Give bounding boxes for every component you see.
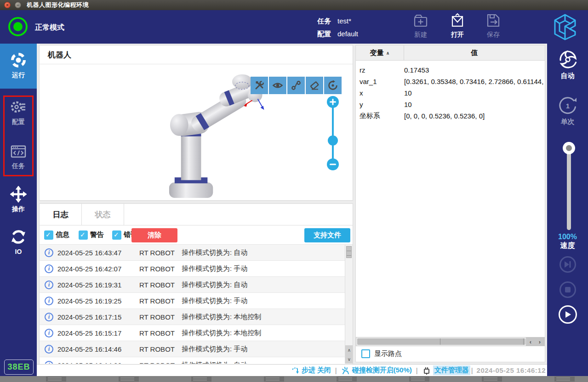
log-row[interactable]: i 2024-05-25 16:15:17 RT ROBOT 操作模式切换为: … [40,325,353,341]
window-close-button[interactable]: × [4,2,11,8]
visibility-button[interactable] [269,77,286,94]
code-window-icon [10,144,27,159]
window-minimize-button[interactable]: − [15,2,21,8]
collision-detection-status[interactable]: 碰撞检测开启(50%) [341,366,412,375]
task-config-meta: 任务 test* 配置 default [317,15,358,40]
info-checkbox[interactable] [44,230,53,240]
taskbar-tile [409,376,429,382]
variables-hscrollbar[interactable]: ‹ › [356,337,545,346]
open-button[interactable]: 打开 [443,13,472,39]
stop-icon [565,286,571,293]
info-icon: i [45,361,53,364]
erase-button[interactable] [306,77,323,94]
column-header-value[interactable]: 值 [404,45,545,60]
tools-icon [254,80,265,91]
zoom-out-button[interactable] [327,158,339,170]
tab-log[interactable]: 日志 [40,204,82,225]
variable-row[interactable]: rz 0.17453 [356,64,545,76]
taskbar-tile [264,376,284,382]
waypoint-path-icon [291,80,302,91]
scroll-up-button[interactable]: ∧ [345,345,353,354]
speed-slider-track[interactable] [567,144,571,230]
log-row[interactable]: i 2024-05-25 16:17:15 RT ROBOT 操作模式切换为: … [40,309,353,325]
taskbar-tile [191,376,211,382]
move-arrows-icon [10,186,27,202]
log-row[interactable]: i 2024-05-25 16:42:07 RT ROBOT 操作模式切换为: … [40,261,353,277]
open-file-icon [449,13,466,28]
log-row[interactable]: i 2024-05-25 16:14:36 RT ROBOT 操作模式切换为: … [40,357,353,364]
task-label: 任务 [317,15,331,27]
show-waypoints-option[interactable]: 显示路点 [361,349,402,358]
save-button[interactable]: 保存 [479,13,508,39]
step-mode-status[interactable]: 步进 关闭 [291,366,331,375]
new-button[interactable]: 新建 [406,13,435,39]
app-header: 正常模式 任务 test* 配置 default 新建 打开 [0,10,588,44]
plus-icon [330,99,336,105]
sidebar-item-task[interactable]: 任务 [0,144,37,171]
sidebar-item-operate[interactable]: 操作 [0,186,37,213]
speed-value: 100% [547,233,588,241]
zoom-in-button[interactable] [327,96,339,108]
play-button[interactable] [559,305,577,324]
clear-log-button[interactable]: 清除 [131,228,177,242]
variables-table-header: 变量 ∧ 值 [356,45,545,61]
log-scrollbar[interactable]: ∧ ∨ [345,245,353,364]
sidebar-item-io[interactable]: IO [0,229,37,256]
mode-label: 正常模式 [35,23,64,33]
support-files-button[interactable]: 支持文件 [304,228,350,242]
single-run-button[interactable]: 1 单次 [547,95,588,126]
step-icon [291,366,300,375]
left-sidebar: 运行 配置 任务 [0,44,37,376]
scroll-left-button[interactable]: ‹ [526,337,535,346]
variable-row[interactable]: x 10 [356,87,545,99]
filter-warning[interactable]: 警告 [79,230,104,240]
gear-icon [10,99,27,115]
usb-drive-icon [422,366,431,375]
path-button[interactable] [287,77,305,94]
run-icon [10,52,27,68]
log-row[interactable]: i 2024-05-25 16:19:25 RT ROBOT 操作模式切换为: … [40,293,353,309]
speed-label: 速度 [547,241,588,251]
zoom-slider-handle[interactable] [328,135,338,146]
column-header-variable[interactable]: 变量 ∧ [356,45,404,60]
step-forward-button[interactable] [559,256,576,273]
log-scrollbar-thumb[interactable] [346,246,352,258]
variable-row[interactable]: 坐标系 [0, 0, 0, 0.5236, 0.5236, 0] [356,110,545,122]
scroll-down-button[interactable]: ∨ [345,354,353,364]
taskbar-tile [46,376,66,382]
error-checkbox[interactable] [112,230,121,240]
variable-row[interactable]: var_1 [0.3261, 0.35348, 0.73416, 2.72866… [356,76,545,87]
sidebar-item-run[interactable]: 运行 [0,44,37,89]
config-value: default [337,28,358,40]
robot-view-panel: 机器人 [39,45,353,201]
robot-panel-title: 机器人 [40,45,353,64]
reset-view-button[interactable] [324,77,342,94]
log-row[interactable]: i 2024-05-25 16:43:47 RT ROBOT 操作模式切换为: … [40,245,353,261]
show-waypoints-checkbox[interactable] [361,349,370,358]
file-manager-status[interactable]: 文件管理器 [422,365,470,375]
log-list[interactable]: i 2024-05-25 16:43:47 RT ROBOT 操作模式切换为: … [40,245,353,364]
filter-info[interactable]: 信息 [44,230,69,240]
log-panel: 日志 状态 信息 警告 错误 清除 支持文件 i 2024-05-25 16:4… [39,203,353,364]
stop-button[interactable] [559,281,576,298]
hscrollbar-thumb[interactable] [357,338,525,345]
variable-row[interactable]: y 10 [356,99,545,110]
info-icon: i [45,313,53,321]
separator: | [416,366,418,374]
speed-slider-handle[interactable] [563,142,575,154]
tab-status[interactable]: 状态 [82,204,124,225]
tools-button[interactable] [251,77,268,94]
auto-mode-button[interactable]: 自动 [547,49,588,80]
zoom-slider-track[interactable] [332,101,334,165]
log-row[interactable]: i 2024-05-25 16:14:46 RT ROBOT 操作模式切换为: … [40,341,353,357]
separator: | [335,366,337,374]
eye-icon [272,80,283,91]
io-cycle-icon [10,229,27,245]
log-row[interactable]: i 2024-05-25 16:19:31 RT ROBOT 操作模式切换为: … [40,277,353,293]
sidebar-item-config[interactable]: 配置 [0,99,37,126]
warning-checkbox[interactable] [79,230,88,240]
mode-indicator-icon [8,17,28,36]
os-title-bar: × − 机器人图形化编程环境 [0,0,588,10]
svg-text:1: 1 [565,102,569,110]
scroll-right-button[interactable]: › [535,337,544,346]
